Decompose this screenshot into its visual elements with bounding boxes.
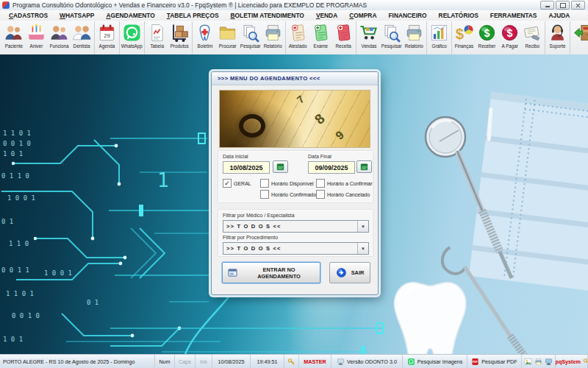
calendar-icon: 29 [97, 23, 117, 43]
checkbox-horario-disponivel[interactable]: Horário Disponível [260, 179, 314, 188]
toolbar-button-atestado[interactable]: Atestado [287, 21, 309, 55]
enter-schedule-button[interactable]: ENTRAR NO AGENDAMENTO [222, 262, 320, 283]
menu-item-ferramentas[interactable]: FERRAMENTAS [484, 12, 543, 19]
toolbar-button-grafico[interactable]: Gráfico [428, 21, 451, 55]
procedure-filter-select[interactable]: >> T O D O S << ▼ [223, 242, 369, 255]
toolbar-button-pesquisar[interactable]: Pesquisar [239, 21, 262, 55]
toolbar-button-pesquisar[interactable]: Pesquisar [380, 21, 403, 55]
start-date-calendar-button[interactable] [273, 160, 288, 173]
menu-item-ajuda[interactable]: AJUDA [542, 12, 576, 19]
toolbar-button-relatorio[interactable]: Relatório [262, 21, 284, 55]
tooth-report-icon [195, 23, 215, 43]
toolbar-button-agenda[interactable]: 29Agenda [96, 21, 118, 55]
svg-text:$: $ [456, 26, 464, 42]
toolbar-group: WhatsApp [120, 21, 145, 55]
schedule-window-icon [227, 267, 238, 278]
toolbar-button-aniver[interactable]: Aniver [25, 21, 48, 55]
computer-icon [337, 358, 345, 366]
checkbox-label: Horário Confirmado [271, 192, 316, 197]
toolbar-button-dentista[interactable]: Dentista [71, 21, 93, 55]
menu-item-agendamento[interactable]: AGENDAMENTO [100, 12, 160, 19]
toolbar-button-label: WhatsApp [121, 43, 143, 49]
app-logo-icon [2, 1, 10, 9]
doctor-filter-label: Filtrar por Médico / Especialista [223, 213, 295, 218]
toolbar-button-receber[interactable]: $Receber [476, 21, 498, 55]
toolbar-button-recibo[interactable]: Recibo [521, 21, 544, 55]
monitor-icon [545, 358, 553, 366]
toolbar-button-whatsapp[interactable]: WhatsApp [121, 21, 143, 55]
calendar-picker-icon [276, 162, 285, 171]
filters-group: Filtrar por Médico / Especialista >> T O… [218, 209, 373, 257]
toolbar-button-label: Paciente [4, 43, 22, 49]
menu-item-relatorios[interactable]: RELATÓRIOS [433, 12, 484, 19]
toolbar-button-label: Receita [336, 43, 351, 49]
status-text: Ins [200, 358, 207, 365]
close-button[interactable] [571, 1, 585, 10]
toolbar-button-financas[interactable]: $Finanças [453, 21, 476, 55]
status-brand: FpqSystem [556, 355, 588, 368]
menu-item-tabela-precos[interactable]: TABELA PREÇOS [161, 12, 225, 19]
toolbar-button-produtos[interactable]: Produtos [168, 21, 191, 55]
status-quick-tools[interactable] [522, 355, 556, 368]
toolbar-button-funciona[interactable]: Funciona [48, 21, 71, 55]
toolbar-group: BoletimProcurarPesquisarRelatório [193, 21, 286, 55]
toolbar-group: VendasPesquisarRelatório [356, 21, 427, 55]
status-keys-indicator [284, 355, 299, 368]
status-text: Pesquisar PDF [481, 358, 517, 365]
toolbar-button-tabela[interactable]: Tabela [146, 21, 168, 55]
chevron-down-icon: ▼ [357, 243, 368, 254]
toolbar-button-relatorio[interactable]: Relatório [403, 21, 426, 55]
end-date-input[interactable] [308, 161, 355, 174]
menu-item-boletim-atendimento[interactable]: BOLETIM ATENDIMENTO [225, 12, 310, 19]
checkbox-label: Horário Cancelado [327, 192, 370, 197]
status-search-pdf-button[interactable]: PDFPesquisar PDF [467, 355, 522, 368]
minimize-button[interactable] [540, 1, 554, 10]
toolbar-button-paciente[interactable]: Paciente [2, 21, 25, 55]
checkbox-horario-cancelado[interactable]: Horário Cancelado [316, 190, 370, 199]
status-search-images-button[interactable]: Pesquisar Imagens [403, 355, 467, 368]
toolbar-group: Suporte [545, 21, 570, 55]
printer-icon [404, 23, 424, 43]
svg-text:0 1: 0 1 [87, 299, 98, 306]
toolbar-button-a-pagar[interactable]: $A Pagar [498, 21, 521, 55]
toolbar-button-exame[interactable]: Exame [309, 21, 332, 55]
checkbox-geral[interactable]: ✓GERAL [223, 179, 251, 188]
end-date-calendar-button[interactable] [356, 160, 372, 173]
checkbox-box [316, 179, 325, 188]
toolbar-button-procurar[interactable]: Procurar [216, 21, 239, 55]
calendar-photo: 7 8 9 [219, 90, 370, 148]
toolbar: PacienteAniverFuncionaDentista29AgendaWh… [0, 21, 588, 56]
maximize-button[interactable] [556, 1, 570, 10]
toolbar-button-receita[interactable]: Receita [332, 21, 355, 55]
menu-item-whatsapp[interactable]: WHATSAPP [54, 12, 100, 19]
exam-icon [311, 23, 331, 43]
status-text: MASTER [304, 358, 326, 365]
toolbar-button-exit-door-icon[interactable] [571, 21, 588, 55]
exit-dialog-button[interactable]: SAIR [329, 262, 370, 283]
menu-item-cadastros[interactable]: CADASTROS [3, 12, 54, 19]
status-logged-user: MASTER [299, 355, 331, 368]
toolbar-button-boletim[interactable]: Boletim [193, 21, 216, 55]
svg-text:$: $ [484, 27, 490, 39]
status-caps-lock-indicator: Caps [175, 355, 196, 368]
menu-item-financeiro[interactable]: FINANCEIRO [382, 12, 432, 19]
finance-icon: $ [454, 23, 474, 43]
enter-schedule-label: ENTRAR NO AGENDAMENTO [243, 266, 315, 280]
doctor-filter-select[interactable]: >> T O D O S << ▼ [223, 220, 369, 233]
status-text: Num [159, 358, 170, 365]
menu-item-compra[interactable]: COMPRA [343, 12, 382, 19]
status-num-lock-indicator: Num [155, 355, 175, 368]
status-status-date: 10/08/2025 [212, 355, 251, 368]
date-range-group: Data Inicial Data Final ✓GERALHorário Di… [218, 150, 373, 203]
checkbox-box [260, 190, 269, 199]
toolbar-group: $Finanças$Receber$A PagarRecibo [452, 21, 545, 55]
checkbox-horario-confirmado[interactable]: Horário Confirmado [260, 190, 316, 199]
checkbox-horario-a-confirmar[interactable]: Horário a Confirmar [316, 179, 372, 188]
toolbar-button-suporte[interactable]: Suporte [546, 21, 569, 55]
start-date-input[interactable] [223, 161, 270, 174]
close-icon [576, 3, 581, 8]
pdf-icon: PDF [471, 358, 479, 366]
toolbar-button-vendas[interactable]: Vendas [357, 21, 380, 55]
toolbar-button-label: Atestado [289, 43, 307, 49]
menu-item-venda[interactable]: VENDA [310, 12, 343, 19]
